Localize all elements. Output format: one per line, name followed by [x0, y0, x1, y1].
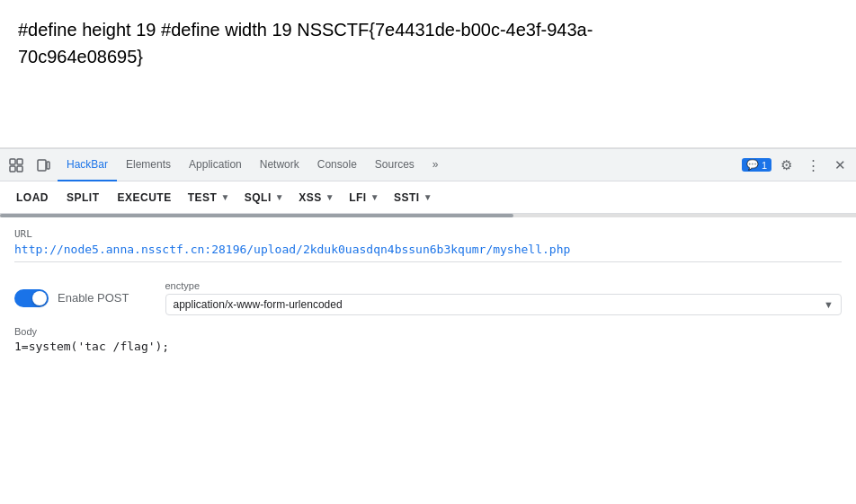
enctype-section: enctype application/x-www-form-urlencode… [165, 280, 843, 315]
body-section: Body 1=system('tac /flag'); [14, 326, 842, 353]
device-icon[interactable] [31, 153, 56, 178]
load-button[interactable]: LOAD [7, 185, 58, 210]
split-button[interactable]: SPLIT [58, 185, 109, 210]
scroll-indicator [0, 214, 856, 217]
tab-more[interactable]: » [424, 149, 448, 181]
post-row: Enable POST enctype application/x-www-fo… [14, 280, 842, 315]
url-value[interactable]: http://node5.anna.nssctf.cn:28196/upload… [14, 243, 842, 262]
main-text-line2: 70c964e08695} [18, 47, 143, 66]
lfi-arrow: ▼ [370, 192, 379, 202]
scroll-thumb [0, 214, 513, 217]
ssti-arrow: ▼ [424, 192, 432, 202]
svg-rect-0 [10, 159, 15, 164]
execute-button[interactable]: EXECUTE [109, 185, 181, 210]
tab-application[interactable]: Application [180, 149, 251, 181]
ssti-button[interactable]: SSTI ▼ [387, 185, 440, 210]
svg-rect-1 [17, 159, 22, 164]
tab-sources[interactable]: Sources [366, 149, 424, 181]
content-area: #define height 19 #define width 19 NSSCT… [0, 0, 856, 148]
inspect-icon[interactable] [4, 153, 29, 178]
tab-elements[interactable]: Elements [117, 149, 180, 181]
tab-network[interactable]: Network [251, 149, 308, 181]
lfi-button[interactable]: LFI ▼ [342, 185, 387, 210]
enctype-select[interactable]: application/x-www-form-urlencoded ▼ [165, 294, 843, 315]
badge-count: 1 [762, 160, 767, 171]
main-text-line1: #define height 19 #define width 19 NSSCT… [18, 20, 593, 40]
enctype-label: enctype [165, 280, 843, 291]
hackbar-toolbar: LOAD SPLIT EXECUTE TEST ▼ SQLI ▼ XSS ▼ L… [0, 181, 856, 214]
sqli-button[interactable]: SQLI ▼ [237, 185, 291, 210]
main-text: #define height 19 #define width 19 NSSCT… [18, 16, 838, 70]
toggle-knob [32, 291, 47, 305]
tab-bar: HackBar Elements Application Network Con… [0, 149, 856, 181]
url-label: URL [14, 228, 842, 240]
more-options-icon[interactable]: ⋮ [800, 153, 825, 178]
close-icon[interactable]: ✕ [827, 153, 852, 178]
tab-hackbar[interactable]: HackBar [58, 149, 117, 181]
url-section: URL http://node5.anna.nssctf.cn:28196/up… [14, 228, 842, 262]
test-button[interactable]: TEST ▼ [181, 185, 237, 210]
svg-rect-2 [10, 166, 15, 172]
tab-right-controls: 💬 1 ⚙ ⋮ ✕ [742, 153, 852, 178]
xss-arrow: ▼ [325, 192, 334, 202]
svg-rect-3 [17, 166, 22, 172]
enable-post-toggle[interactable] [14, 289, 49, 307]
chevron-down-icon: ▼ [824, 299, 834, 310]
body-value[interactable]: 1=system('tac /flag'); [14, 340, 842, 353]
devtools-panel: HackBar Elements Application Network Con… [0, 148, 856, 504]
sqli-arrow: ▼ [275, 192, 284, 202]
panel-content: URL http://node5.anna.nssctf.cn:28196/up… [0, 217, 856, 504]
tab-console[interactable]: Console [308, 149, 366, 181]
svg-rect-4 [38, 160, 46, 171]
xss-button[interactable]: XSS ▼ [291, 185, 342, 210]
test-arrow: ▼ [220, 192, 229, 202]
body-label: Body [14, 326, 842, 337]
enable-post-label: Enable POST [58, 291, 129, 305]
svg-rect-5 [47, 162, 49, 169]
settings-icon[interactable]: ⚙ [773, 153, 798, 178]
message-badge[interactable]: 💬 1 [742, 158, 771, 172]
enctype-value: application/x-www-form-urlencoded [174, 298, 343, 311]
message-icon: 💬 [746, 159, 759, 171]
